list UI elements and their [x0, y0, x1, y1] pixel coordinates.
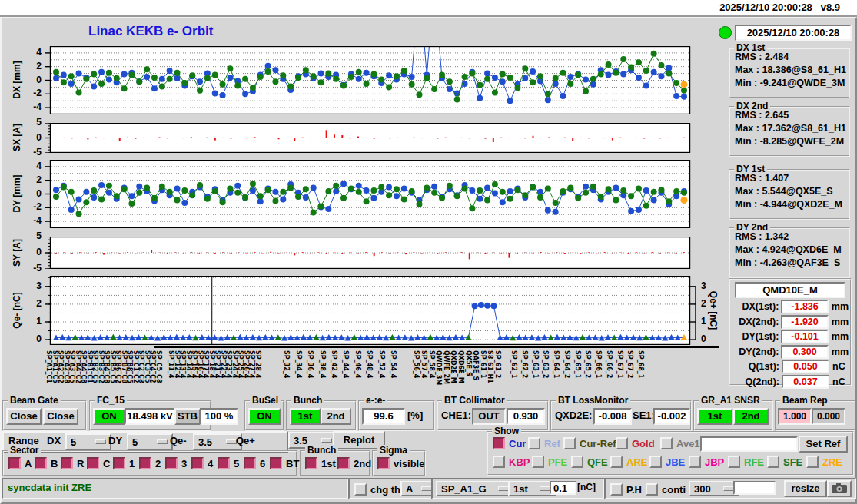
chg-th-item: chg th	[354, 483, 400, 496]
busel-on-button[interactable]: ON	[248, 408, 281, 425]
bt-collimator-out-button[interactable]: OUT	[472, 408, 506, 425]
y-tick-label: 2	[22, 298, 42, 309]
sigma-visible-label: visible	[394, 458, 424, 469]
show-sfe-checkbox[interactable]	[767, 456, 779, 468]
bt-loss-se1-label: SE1:	[633, 410, 655, 421]
stats-box-dx-2nd: DX 2ndRMS : 2.645Max : 17.362@S8_61_H1Mi…	[729, 106, 850, 157]
page-title: Linac KEKB e- Orbit	[88, 24, 213, 39]
option-menu-dash	[723, 486, 734, 491]
stats-rms: RMS : 1.407	[735, 173, 849, 184]
bunch-check-1st-checkbox[interactable]	[305, 457, 317, 469]
range-dy-label: DY	[108, 435, 122, 446]
status-time: 2025/12/10 20:00:28	[735, 25, 852, 41]
range-qem-label: Qe-	[170, 435, 187, 446]
camera-button[interactable]	[827, 480, 852, 497]
sigma-visible-checkbox[interactable]	[377, 457, 390, 469]
gr-snsr-1st-button[interactable]: 1st	[697, 408, 732, 425]
show-rfe-item: RFE	[728, 456, 764, 468]
resize-button[interactable]: resize	[784, 480, 827, 497]
sector-c-checkbox[interactable]	[87, 457, 99, 469]
y-tick-label: 0	[22, 75, 42, 85]
x-axis-label: S8_61_H1	[487, 350, 493, 383]
sector-1-label: 1	[129, 458, 135, 469]
monitor-row-value: -1.836	[781, 300, 828, 313]
show-zre-checkbox[interactable]	[806, 456, 819, 468]
top-version: v8.9	[821, 2, 840, 13]
busel-group: BuSel ON	[244, 400, 284, 431]
range-dx-select[interactable]: 5	[65, 433, 111, 450]
show-kbp-checkbox[interactable]	[493, 456, 505, 468]
monitor-row-unit: nC	[832, 361, 845, 372]
show-gold-checkbox[interactable]	[616, 437, 628, 449]
show-pfe-checkbox[interactable]	[532, 456, 544, 468]
y-tick-label: 5	[22, 117, 42, 128]
show-ave10-checkbox[interactable]	[660, 437, 673, 449]
x-axis-label: SP_68_1	[637, 350, 644, 378]
threshold-input[interactable]: 0.1	[550, 481, 576, 495]
sector-a-label: A	[25, 458, 32, 469]
sector-b-checkbox[interactable]	[35, 457, 47, 469]
set-ref-button[interactable]: Set Ref	[799, 436, 848, 453]
count-input[interactable]	[733, 481, 776, 495]
y-tick-label: 3	[22, 280, 42, 291]
sigma-title: Sigma	[377, 445, 410, 456]
sector-r-checkbox[interactable]	[61, 457, 73, 469]
bunch-check-2nd-checkbox[interactable]	[337, 457, 350, 469]
bunch-2nd-button[interactable]: 2nd	[321, 408, 351, 425]
top-datetime: 2025/12/10 20:00:28	[719, 2, 812, 13]
dy-plot	[44, 160, 693, 228]
beam-gate-close-1-button[interactable]: Close	[6, 408, 42, 425]
show-sfe-label: SFE	[783, 456, 802, 468]
range-panel: Range DX 5 DY 5 Qe- 3.5 Qe+	[2, 431, 288, 453]
sector-3-checkbox[interactable]	[165, 457, 178, 469]
gr-snsr-2nd-button[interactable]: 2nd	[733, 408, 769, 425]
range-qem-select[interactable]: 3.5	[193, 433, 242, 450]
x-axis-label: SP_62_1	[510, 350, 517, 378]
show-cur-checkbox[interactable]	[493, 437, 505, 449]
monitor-row: DY(2nd):0.300mm	[732, 345, 849, 359]
sector-4-checkbox[interactable]	[191, 457, 204, 469]
x-axis-label: SP_61_1	[480, 350, 487, 378]
bunch-1st-button[interactable]: 1st	[290, 408, 321, 425]
ph-checkbox[interactable]	[610, 483, 623, 496]
sp-select[interactable]: SP_A1_G	[436, 481, 514, 496]
sector-bt-checkbox[interactable]	[270, 457, 282, 469]
show-are-checkbox[interactable]	[610, 456, 623, 468]
show-kbp-label: KBP	[509, 456, 530, 468]
sb-bunch-select[interactable]: 1st	[508, 481, 556, 496]
sector-5-checkbox[interactable]	[218, 457, 230, 469]
conti-label: conti	[662, 484, 686, 496]
show-qfe-checkbox[interactable]	[571, 456, 583, 468]
show-jbp-checkbox[interactable]	[689, 456, 701, 468]
show-rfe-checkbox[interactable]	[728, 456, 740, 468]
y-tick-label: 0	[22, 188, 42, 199]
sector-1-checkbox[interactable]	[113, 457, 125, 469]
conti-checkbox[interactable]	[646, 483, 658, 496]
beam-gate-close-2-button[interactable]: Close	[43, 408, 78, 425]
sector-2-checkbox[interactable]	[139, 457, 151, 469]
monitor-row-value: 0.037	[782, 375, 829, 389]
x-axis-label: QXD6E_M	[457, 350, 464, 383]
x-axis-label: SP_28_4	[254, 350, 261, 378]
show-ref-checkbox[interactable]	[528, 437, 540, 449]
sector-6-checkbox[interactable]	[244, 457, 256, 469]
ref-name-input[interactable]	[700, 436, 798, 452]
fc15-stb-button[interactable]: STB	[174, 408, 201, 425]
status-led	[719, 26, 732, 39]
y-tick-label: 0	[22, 132, 42, 143]
bt-lossmonitor-title: BT LossMonitor	[556, 395, 630, 406]
range-dy-select[interactable]: 5	[127, 433, 173, 450]
monitor-row-label: Q(2nd):	[732, 376, 779, 387]
show-jbe-checkbox[interactable]	[649, 456, 662, 468]
fc15-on-button[interactable]: ON	[93, 408, 125, 425]
x-axis-label: QWFE_2M	[443, 350, 450, 384]
sector-bt-label: BT	[286, 458, 299, 469]
show-zre-label: ZRE	[822, 456, 842, 468]
show-jbp-label: JBP	[705, 456, 724, 468]
monitor-row-value: 0.300	[781, 345, 828, 359]
sector-a-checkbox[interactable]	[8, 457, 21, 469]
bunch-select-title: Bunch	[291, 395, 324, 406]
chg-th-checkbox[interactable]	[354, 483, 367, 496]
count-select[interactable]: 300	[689, 481, 739, 496]
show-cur-ref-checkbox[interactable]	[563, 437, 576, 449]
